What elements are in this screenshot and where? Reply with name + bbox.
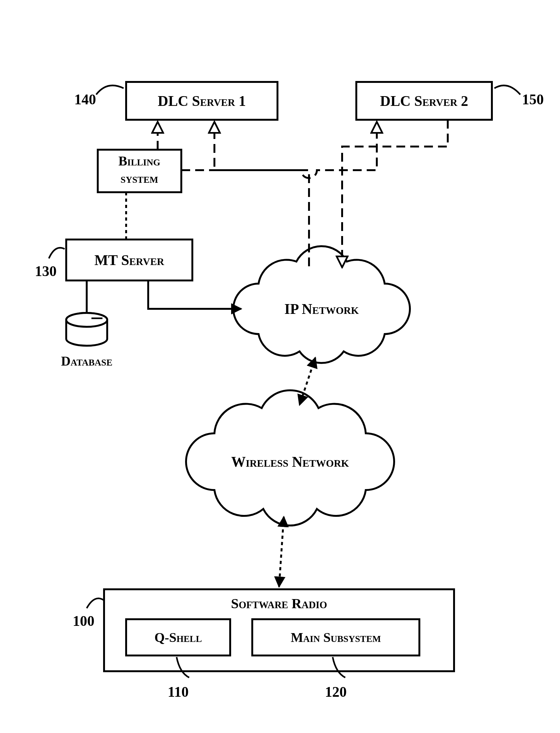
q-shell-label: Q-Shell <box>155 630 202 645</box>
ref-100: 100 <box>73 613 95 629</box>
tick-130 <box>49 248 65 259</box>
ref-110: 110 <box>168 684 189 700</box>
main-subsystem-label: Main Subsystem <box>291 630 381 645</box>
conn-dlc2-ip <box>342 120 448 266</box>
wireless-network-cloud: Wireless Network <box>186 390 394 526</box>
diagram-canvas: DLC Server 1 DLC Server 2 Billing system… <box>0 0 560 733</box>
conn-mt-ip <box>148 281 241 309</box>
mt-server-label: MT Server <box>94 252 164 268</box>
ip-network-label: IP Network <box>284 301 359 317</box>
ref-140: 140 <box>74 91 96 108</box>
conn-wireless-sw <box>279 517 284 587</box>
ref-130: 130 <box>35 263 57 279</box>
software-radio-label: Software Radio <box>231 596 327 611</box>
conn-ip-dlc1 <box>214 123 309 266</box>
ip-network-cloud: IP Network <box>233 246 410 363</box>
tick-100 <box>87 598 104 608</box>
tick-140 <box>96 85 124 95</box>
database-icon <box>66 313 107 346</box>
wireless-network-label: Wireless Network <box>231 454 349 470</box>
tick-150 <box>494 85 520 95</box>
ref-150: 150 <box>522 91 544 108</box>
ref-120: 120 <box>325 684 347 700</box>
database-label: Database <box>61 354 112 368</box>
billing-label-2: system <box>120 171 158 186</box>
dlc-server-1-label: DLC Server 1 <box>158 93 246 109</box>
billing-label-1: Billing <box>119 154 160 168</box>
dlc-server-2-label: DLC Server 2 <box>380 93 468 109</box>
svg-point-1 <box>66 313 107 327</box>
